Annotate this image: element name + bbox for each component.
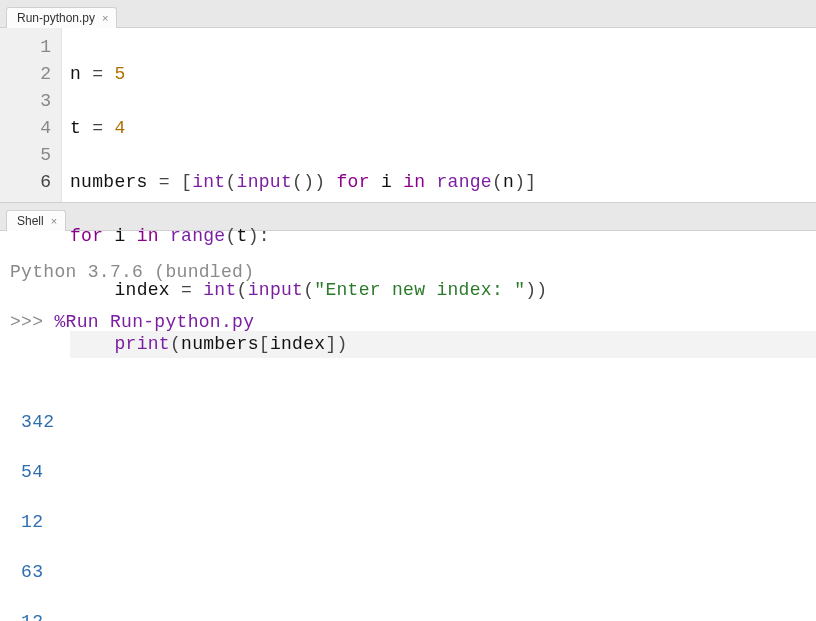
- close-icon[interactable]: ×: [100, 13, 110, 24]
- code-line: for i in range(t):: [70, 223, 816, 250]
- shell-input: 12: [10, 610, 816, 621]
- code-line: n = 5: [70, 61, 816, 88]
- line-number: 5: [18, 142, 51, 169]
- editor-tab-bar: Run-python.py ×: [0, 0, 816, 28]
- shell-input: 54: [10, 460, 816, 485]
- editor-tab[interactable]: Run-python.py ×: [6, 7, 117, 28]
- line-number: 3: [18, 88, 51, 115]
- shell-input: 63: [10, 560, 816, 585]
- code-area[interactable]: n = 5 t = 4 numbers = [int(input()) for …: [62, 28, 816, 202]
- code-line: t = 4: [70, 115, 816, 142]
- shell-input: 12: [10, 510, 816, 535]
- editor-tab-label: Run-python.py: [17, 11, 95, 25]
- code-line: numbers = [int(input()) for i in range(n…: [70, 169, 816, 196]
- code-editor[interactable]: 1 2 3 4 5 6 n = 5 t = 4 numbers = [int(i…: [0, 28, 816, 202]
- shell-tab[interactable]: Shell ×: [6, 210, 66, 231]
- shell-tab-label: Shell: [17, 214, 44, 228]
- line-number: 1: [18, 34, 51, 61]
- line-number: 6: [18, 169, 51, 196]
- shell-input: 342: [10, 410, 816, 435]
- line-number-gutter: 1 2 3 4 5 6: [0, 28, 62, 202]
- close-icon[interactable]: ×: [49, 216, 59, 227]
- line-number: 4: [18, 115, 51, 142]
- code-line: print(numbers[index]): [70, 331, 816, 358]
- line-number: 2: [18, 61, 51, 88]
